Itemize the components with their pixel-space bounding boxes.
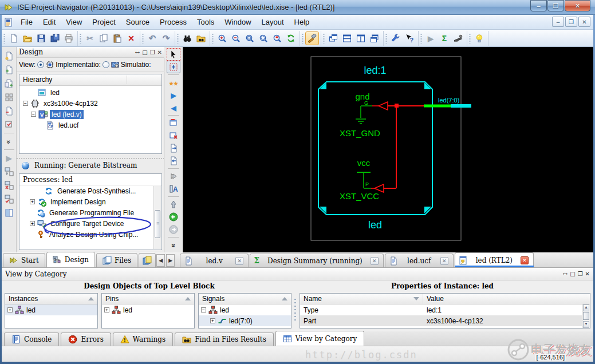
- hierarchy-item-led[interactable]: led: [21, 87, 160, 98]
- pins-header[interactable]: Pins: [102, 294, 194, 304]
- doc-tab-led-ucf[interactable]: led.ucf ✕: [385, 254, 454, 267]
- mdi-close-button[interactable]: ✕: [578, 17, 590, 27]
- design-panel-titlebar[interactable]: Design ↔ □ ❐ ✕: [17, 47, 164, 58]
- print-button[interactable]: [62, 31, 76, 45]
- expand-toggle[interactable]: −: [201, 307, 206, 312]
- panel-maximize-icon[interactable]: □: [570, 271, 575, 277]
- gnd-buffer-symbol[interactable]: [379, 102, 388, 110]
- mdi-restore-button[interactable]: ❐: [565, 17, 577, 27]
- create-core-button[interactable]: [3, 91, 15, 104]
- property-row-type[interactable]: Typeled:1: [300, 304, 590, 315]
- sigma-button[interactable]: Σ: [438, 31, 451, 45]
- instance-button[interactable]: [167, 170, 180, 183]
- expand-toggle[interactable]: −: [31, 112, 36, 117]
- panel-maximize-icon[interactable]: □: [142, 49, 147, 56]
- bottom-tab-console[interactable]: Console: [4, 333, 59, 346]
- maximize-button[interactable]: ❐: [547, 0, 564, 11]
- hierarchy-item-xc3s100e-4cp132[interactable]: −xc3s100e-4cp132: [21, 98, 160, 109]
- expand-toggle[interactable]: +: [104, 307, 109, 312]
- panel-restore-icon[interactable]: ❐: [150, 49, 155, 56]
- rtl-schematic-view[interactable]: led:1 gnd G XST_GND: [183, 47, 593, 252]
- chevrons-down-button[interactable]: »: [167, 239, 180, 251]
- proc-x-button[interactable]: [3, 179, 15, 192]
- tab-close-icon[interactable]: ✕: [440, 257, 448, 265]
- wrench-button[interactable]: [389, 31, 403, 45]
- refresh-button[interactable]: [284, 31, 298, 45]
- signals-row-led[interactable]: − led: [199, 304, 291, 315]
- copy-button[interactable]: [97, 31, 111, 45]
- close-button[interactable]: ✕: [565, 0, 590, 11]
- remove-source-button[interactable]: [3, 105, 15, 117]
- proc-check-button[interactable]: [3, 193, 15, 205]
- zoom-fit-button[interactable]: [243, 31, 257, 45]
- process-item-analyze-design-using-chip-[interactable]: Analyze Design Using Chip...: [19, 229, 161, 240]
- stars-button[interactable]: ★★: [167, 76, 180, 89]
- bulb-button[interactable]: [472, 31, 486, 45]
- find-in-files-button[interactable]: [194, 31, 208, 45]
- signals-row-led-7-0-[interactable]: + led(7:0): [199, 315, 291, 326]
- pop-out-button[interactable]: [167, 155, 180, 167]
- implementation-label[interactable]: Implementatio:: [56, 61, 101, 69]
- cascade-button[interactable]: [326, 31, 340, 45]
- tab-design[interactable]: Design: [46, 252, 95, 267]
- proc-up-button[interactable]: [3, 165, 15, 178]
- panel-float-icon[interactable]: ↔: [135, 49, 140, 56]
- instances-header[interactable]: Instances: [5, 294, 97, 304]
- open-folder-button[interactable]: [21, 31, 34, 45]
- tab-start[interactable]: Start: [3, 253, 45, 267]
- win-add-button[interactable]: [167, 117, 180, 129]
- panel-close-icon[interactable]: ✕: [157, 49, 162, 56]
- panel-restore-icon[interactable]: ❐: [578, 271, 583, 277]
- bottom-tab-view-by-category[interactable]: View by Category: [275, 331, 364, 346]
- bottom-tab-errors[interactable]: Errors: [61, 333, 111, 346]
- nav-back-button[interactable]: [167, 211, 180, 223]
- menu-view[interactable]: View: [61, 15, 87, 29]
- title-bar[interactable]: ISE Project Navigator (P.20131013) - C:\…: [0, 0, 595, 15]
- scroll-down-icon[interactable]: ▼: [583, 321, 589, 328]
- delete-x-button[interactable]: ✕: [124, 31, 138, 45]
- properties-scrollbar[interactable]: ▲ ▼: [582, 304, 590, 328]
- tile-h-button[interactable]: [340, 31, 354, 45]
- tab-close-icon[interactable]: ✕: [521, 256, 529, 264]
- signals-header[interactable]: Signals: [199, 294, 291, 304]
- doc-tab-led-rtl2-[interactable]: led (RTL2) ✕: [455, 252, 534, 267]
- hierarchy-item-led-ucf[interactable]: CFled.ucf: [21, 120, 160, 130]
- menu-window[interactable]: Window: [219, 15, 256, 29]
- add-copy-button[interactable]: [3, 77, 15, 90]
- hierarchy-header[interactable]: Hierarchy: [19, 74, 161, 86]
- menu-source[interactable]: Source: [121, 15, 155, 29]
- process-item-generate-programming-file[interactable]: Generate Programming File: [19, 207, 161, 218]
- instances-row-led[interactable]: + led: [5, 304, 97, 315]
- menu-help[interactable]: Help: [289, 15, 315, 29]
- new-doc-button[interactable]: [7, 31, 21, 45]
- menu-file[interactable]: File: [15, 15, 38, 29]
- tab-libraries[interactable]: [139, 253, 156, 267]
- text-a-button[interactable]: A: [167, 183, 180, 195]
- process-item-implement-design[interactable]: +Implement Design: [19, 196, 161, 207]
- doc-tab-design-summary-running-[interactable]: ΣDesign Summary (running) ✕: [250, 254, 384, 267]
- panel-splitter[interactable]: [294, 298, 297, 321]
- menu-tools[interactable]: Tools: [192, 15, 219, 29]
- pins-row-led[interactable]: + led: [102, 304, 194, 315]
- expand-toggle[interactable]: +: [30, 221, 35, 226]
- columns-button[interactable]: [3, 207, 15, 219]
- restore-win-button[interactable]: [368, 31, 381, 45]
- expand-toggle[interactable]: +: [7, 307, 13, 312]
- add-source-button[interactable]: [3, 64, 15, 76]
- tab-scroll-right-button[interactable]: ▶: [166, 254, 175, 267]
- process-item-generate-post-synthesi-[interactable]: Generate Post-Synthesi...: [19, 185, 161, 196]
- tab-close-icon[interactable]: ✕: [235, 257, 243, 265]
- expand-toggle[interactable]: +: [30, 199, 35, 204]
- menu-edit[interactable]: Edit: [38, 15, 61, 29]
- undo-button[interactable]: ↶: [145, 31, 159, 45]
- chevrons-down-button[interactable]: »: [3, 135, 15, 148]
- panel-float-icon[interactable]: ↔: [563, 271, 568, 277]
- find-binoculars-button[interactable]: [180, 31, 194, 45]
- bottom-tab-find-in-files-results[interactable]: Find in Files Results: [175, 333, 274, 346]
- panel-close-icon[interactable]: ✕: [585, 271, 590, 277]
- chip-check-button[interactable]: [3, 118, 15, 131]
- properties-name-header[interactable]: Name: [300, 294, 423, 304]
- play-next-button[interactable]: ▶: [167, 89, 180, 101]
- tab-close-icon[interactable]: ✕: [371, 257, 379, 265]
- play-prev-button[interactable]: ◀: [167, 101, 180, 114]
